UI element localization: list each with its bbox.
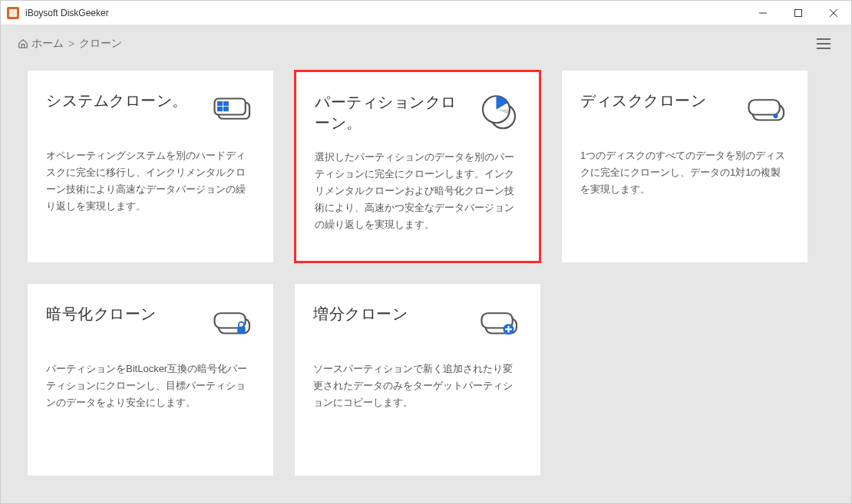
svg-rect-18 (215, 313, 246, 328)
incremental-clone-icon (479, 304, 522, 347)
card-title: 増分クローン (313, 304, 470, 324)
card-desc: 選択したパーティションのデータを別のパーティションに完全にクローンします。インク… (315, 149, 520, 233)
titlebar: iBoysoft DiskGeeker (1, 1, 851, 25)
disk-clone-icon (746, 91, 789, 133)
card-disk-clone[interactable]: ディスククローン 1つのディスクのすべてのデータを別のディスクに完全にクローンし… (561, 70, 808, 263)
app-icon (7, 7, 19, 19)
close-button[interactable] (816, 1, 851, 25)
breadcrumb-current: クローン (79, 37, 122, 51)
card-desc: ソースパーティションで新く追加されたり変更されたデータのみをターゲットパーティシ… (313, 361, 522, 411)
card-desc: パーティションをBitLocker互換の暗号化パーティションにクローンし、目標パ… (46, 361, 255, 411)
card-desc: オペレーティングシステムを別のハードディスクに完全に移行し、インクリメンタルクロ… (46, 147, 255, 215)
svg-rect-1 (9, 9, 17, 17)
card-encrypted-clone[interactable]: 暗号化クローン パーティションをBitLocker互換の暗号化パーティションにク… (27, 283, 274, 476)
svg-point-16 (773, 114, 778, 118)
encrypted-clone-icon (212, 304, 255, 347)
breadcrumb-home-label: ホーム (31, 37, 64, 51)
card-title: ディスククローン (580, 91, 737, 111)
card-grid: システムクローン。 オペレーティングシステムを別のハードディスクに完全に移行し、… (27, 70, 825, 476)
minimize-button[interactable] (745, 1, 781, 25)
content-area: システムクローン。 オペレーティングシステムを別のハードディスクに完全に移行し、… (1, 62, 851, 503)
maximize-button[interactable] (781, 1, 816, 25)
svg-rect-15 (749, 100, 780, 114)
card-system-clone[interactable]: システムクローン。 オペレーティングシステムを別のハードディスクに完全に移行し、… (27, 70, 274, 263)
card-title: パーティションクローン。 (315, 92, 468, 133)
svg-rect-9 (223, 101, 229, 106)
breadcrumb: ホーム > クローン (18, 37, 122, 51)
system-clone-icon (212, 91, 255, 133)
svg-rect-3 (795, 9, 802, 16)
window-controls (745, 1, 851, 25)
card-title: システムクローン。 (46, 91, 203, 111)
home-icon (18, 38, 28, 49)
app-window: iBoysoft DiskGeeker ホーム > クローン (0, 0, 852, 504)
card-title: 暗号化クローン (46, 304, 203, 324)
card-incremental-clone[interactable]: 増分クローン ソースパーティションで新く追加されたり変更されたデータのみをターゲ… (294, 283, 541, 476)
card-desc: 1つのディスクのすべてのデータを別のディスクに完全にクローンし、データの1対1の… (580, 147, 789, 198)
partition-clone-icon (477, 92, 520, 135)
topbar: ホーム > クローン (1, 25, 851, 62)
breadcrumb-sep: > (68, 38, 74, 50)
breadcrumb-home[interactable]: ホーム (18, 37, 64, 51)
svg-rect-19 (237, 327, 246, 334)
svg-rect-8 (217, 101, 223, 106)
window-title: iBoysoft DiskGeeker (25, 8, 745, 18)
svg-rect-10 (217, 107, 223, 111)
card-partition-clone[interactable]: パーティションクローン。 選択したパーティションのデータを別のパーティションに完… (294, 70, 541, 263)
svg-rect-11 (223, 107, 229, 111)
menu-button[interactable] (813, 33, 834, 54)
